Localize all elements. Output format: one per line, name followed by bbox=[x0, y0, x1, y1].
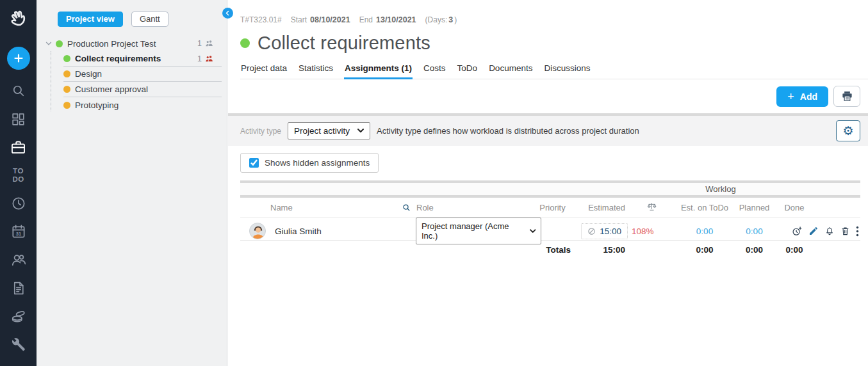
tree-item-label: Production Project Test bbox=[67, 39, 156, 49]
sidebar-item-todo[interactable]: TODO bbox=[0, 161, 37, 189]
column-header-role: Role bbox=[416, 203, 434, 212]
sidebar-item-search[interactable] bbox=[0, 77, 37, 105]
more-options-kebab-icon[interactable] bbox=[856, 226, 859, 237]
days-count: (Days:3) bbox=[425, 15, 457, 24]
people-icon bbox=[10, 251, 27, 268]
chevron-down-icon[interactable] bbox=[44, 39, 53, 48]
print-button[interactable] bbox=[833, 86, 860, 107]
status-dot-green bbox=[56, 40, 63, 47]
add-assignment-button[interactable]: + Add bbox=[776, 86, 828, 107]
estimated-input[interactable]: 15:00 bbox=[581, 223, 628, 239]
edit-icon[interactable] bbox=[808, 226, 819, 236]
totals-row: Totals 15:00 0:00 0:00 0:00 bbox=[240, 241, 860, 259]
tree-item-label: Design bbox=[75, 69, 102, 79]
chevron-down-icon bbox=[357, 129, 364, 133]
workload-percent: 108% bbox=[628, 227, 676, 236]
notify-bell-icon[interactable] bbox=[824, 226, 835, 237]
task-tabs: Project data Statistics Assignments (1) … bbox=[240, 63, 868, 79]
no-work-icon bbox=[587, 227, 596, 235]
planned-link[interactable]: 0:00 bbox=[746, 227, 762, 236]
sidebar-item-dashboard[interactable] bbox=[0, 105, 37, 133]
column-header-est-on-todo: Est. on ToDo bbox=[676, 203, 733, 212]
sidebar-item-calendar[interactable]: 31 bbox=[0, 218, 37, 246]
coins-icon bbox=[10, 308, 27, 324]
assignment-row: Giulia Smith Project manager (Acme Inc.)… bbox=[240, 217, 860, 241]
tab-todo[interactable]: ToDo bbox=[457, 63, 479, 79]
hidden-assignments-toggle[interactable]: Shows hidden assignments bbox=[240, 153, 379, 173]
worklog-group-header: Worklog bbox=[628, 184, 814, 194]
sidebar-item-documents[interactable] bbox=[0, 274, 37, 302]
task-status-dot bbox=[240, 38, 250, 48]
tree-item-label: Prototyping bbox=[75, 100, 119, 110]
add-icon bbox=[7, 47, 30, 70]
role-select[interactable]: Project manager (Acme Inc.) bbox=[416, 218, 541, 244]
tree-item-design[interactable]: Design bbox=[63, 67, 222, 82]
project-tree: Production Project Test 1 Collect requir… bbox=[37, 36, 227, 113]
todo-icon: TODO bbox=[12, 167, 24, 184]
activity-type-select[interactable]: Project activity bbox=[288, 122, 370, 139]
document-icon bbox=[10, 280, 26, 296]
row-actions bbox=[775, 226, 860, 237]
totals-done: 0:00 bbox=[775, 245, 814, 255]
people-gray-icon bbox=[205, 40, 214, 47]
tab-statistics[interactable]: Statistics bbox=[298, 63, 334, 79]
tab-project-data[interactable]: Project data bbox=[240, 63, 288, 79]
project-tree-panel: Project view Gantt Production Project Te… bbox=[37, 0, 227, 366]
collapse-panel-button[interactable] bbox=[222, 8, 233, 19]
scales-icon bbox=[646, 202, 657, 212]
sidebar-item-projects[interactable] bbox=[0, 133, 37, 161]
chevron-left-icon bbox=[224, 10, 231, 17]
assignee-count: 1 bbox=[197, 39, 214, 48]
column-header-done: Done bbox=[775, 203, 814, 212]
tab-discussions[interactable]: Discussions bbox=[543, 63, 591, 79]
tree-item-production-project-test[interactable]: Production Project Test 1 bbox=[44, 36, 222, 51]
column-header-name: Name bbox=[240, 203, 394, 212]
sidebar-item-worklog[interactable] bbox=[0, 189, 37, 218]
status-dot-orange bbox=[63, 70, 70, 77]
status-dot-green bbox=[63, 55, 70, 62]
search-icon[interactable] bbox=[402, 203, 411, 212]
assignments-table: Worklog Name Role Priority Estimated Est… bbox=[240, 180, 860, 259]
app-logo[interactable] bbox=[0, 0, 37, 40]
est-on-todo-link[interactable]: 0:00 bbox=[696, 227, 713, 236]
column-header-estimated: Estimated bbox=[573, 203, 628, 212]
tab-documents[interactable]: Documents bbox=[488, 63, 533, 79]
totals-est-on-todo: 0:00 bbox=[676, 245, 733, 255]
status-dot-orange bbox=[63, 102, 70, 109]
delete-trash-icon[interactable] bbox=[840, 226, 850, 236]
totals-planned: 0:00 bbox=[733, 245, 775, 255]
tab-costs[interactable]: Costs bbox=[423, 63, 446, 79]
wrench-icon bbox=[10, 337, 26, 353]
project-view-button[interactable]: Project view bbox=[58, 12, 123, 27]
settings-button[interactable]: ⚙ bbox=[836, 120, 860, 141]
add-worklog-icon[interactable] bbox=[792, 226, 803, 237]
tab-assignments[interactable]: Assignments (1) bbox=[344, 63, 413, 79]
tree-item-customer-approval[interactable]: Customer approval bbox=[63, 82, 222, 97]
page-title: Collect requirements bbox=[258, 33, 430, 54]
sidebar-item-add[interactable] bbox=[0, 40, 37, 77]
calendar-icon: 31 bbox=[10, 223, 27, 240]
main-content: T#T323.01# Start 08/10/2021 End 13/10/20… bbox=[228, 0, 868, 366]
sidebar-item-costs[interactable] bbox=[0, 302, 37, 330]
tree-item-collect-requirements[interactable]: Collect requirements 1 bbox=[63, 51, 222, 67]
gantt-button[interactable]: Gantt bbox=[131, 12, 168, 27]
sidebar-item-resources[interactable] bbox=[0, 246, 37, 274]
dashboard-icon bbox=[10, 111, 26, 127]
sidebar-item-tools[interactable] bbox=[0, 330, 37, 358]
activity-type-label: Activity type bbox=[240, 127, 281, 136]
avatar bbox=[249, 223, 266, 239]
tree-item-label: Collect requirements bbox=[75, 54, 161, 63]
assignee-name: Giulia Smith bbox=[275, 227, 322, 236]
tree-item-prototyping[interactable]: Prototyping bbox=[63, 97, 222, 113]
tree-guide-line bbox=[51, 51, 51, 111]
activity-type-bar: Activity type Project activity Activity … bbox=[228, 116, 868, 146]
activity-type-help-text: Activity type defines how workload is di… bbox=[377, 126, 639, 136]
hand-logo-icon bbox=[6, 8, 31, 32]
hidden-assignments-checkbox[interactable] bbox=[249, 158, 259, 168]
printer-icon bbox=[841, 90, 853, 102]
workload-balance-column bbox=[628, 202, 676, 214]
end-date: 13/10/2021 bbox=[376, 15, 416, 24]
status-dot-orange bbox=[63, 86, 70, 93]
tree-item-label: Customer approval bbox=[75, 84, 148, 94]
svg-text:31: 31 bbox=[15, 231, 20, 237]
